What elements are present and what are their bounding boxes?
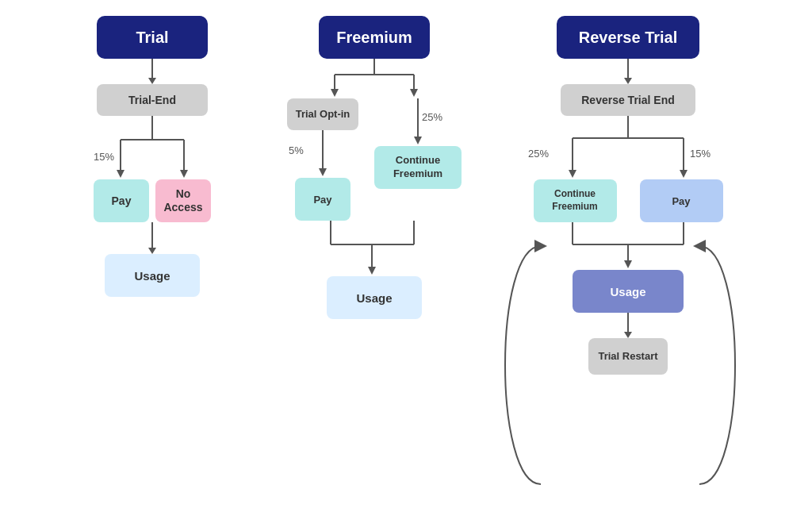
trial-title-box: Trial [97,16,208,59]
svg-marker-10 [331,89,339,97]
svg-text:15%: 15% [94,151,114,163]
freemium-top-fork [287,59,462,98]
freemium-25pct-svg: 25% [374,98,462,146]
freemium-top-fork-svg [287,59,462,98]
svg-marker-3 [117,170,124,178]
reverse-merge-usage [525,222,731,270]
trial-fork-svg: 15% [89,116,216,179]
arrow-usage-to-restart [624,313,632,338]
freemium-branches: Trial Opt-in 5% Pay [287,98,462,221]
freemium-25pct-arrow: 25% [374,98,462,146]
freemium-title-box: Freemium [319,16,430,59]
trial-end-label: Trial-End [128,94,176,106]
reverse-continue-pay-row: Continue Freemium Pay [525,179,731,222]
trial-fork: 15% [89,116,216,179]
trial-pay-noaccess-row: Pay No Access [94,179,211,222]
freemium-pay-label: Pay [313,194,331,206]
svg-marker-29 [680,170,688,178]
freemium-5pct-arrow: 5% [287,130,358,178]
arrow-pay-to-usage [148,222,156,254]
svg-text:15%: 15% [690,148,710,160]
reverse-trial-column: Reverse Trial Reverse Trial End 25% [517,16,739,375]
reverse-trial-end-box: Reverse Trial End [561,84,695,116]
svg-text:25%: 25% [528,148,549,160]
trial-column: Trial Trial-End 15% [73,16,232,297]
freemium-right-branch: 25% Continue Freemium [374,98,462,189]
freemium-left-branch: Trial Opt-in 5% Pay [287,98,358,221]
svg-marker-12 [410,89,418,97]
freemium-title: Freemium [336,29,412,47]
trial-restart-label: Trial Restart [598,350,657,364]
svg-marker-23 [368,267,376,275]
trial-restart-box: Trial Restart [588,338,668,375]
svg-marker-14 [319,168,327,176]
trial-usage-box: Usage [105,254,200,297]
trial-pay-label: Pay [112,194,132,207]
arrow-rev-title-to-end [624,59,632,84]
reverse-title-box: Reverse Trial [557,16,699,59]
trial-end-box: Trial-End [97,84,208,116]
freemium-usage-box: Usage [327,276,422,319]
freemium-merge-svg [295,221,454,276]
trial-optin-label: Trial Opt-in [296,108,350,121]
svg-marker-5 [180,170,188,178]
reverse-merge-usage-svg [525,222,731,270]
reverse-pay-box: Pay [640,179,723,222]
freemium-merge [295,221,454,276]
svg-marker-27 [569,170,576,178]
freemium-usage-label: Usage [356,291,392,305]
reverse-trial-end-label: Reverse Trial End [581,94,675,106]
reverse-usage-box: Usage [573,270,684,313]
reverse-title: Reverse Trial [579,29,678,47]
freemium-5pct-svg: 5% [287,130,358,178]
freemium-continue-box: Continue Freemium [374,146,462,189]
reverse-usage-label: Usage [610,285,645,298]
svg-text:25%: 25% [422,111,442,123]
trial-title: Trial [136,29,168,47]
trial-noaccess-label: No Access [155,187,211,214]
reverse-continue-box: Continue Freemium [534,179,617,222]
svg-marker-17 [414,137,422,144]
svg-text:5%: 5% [289,144,304,156]
trial-optin-box: Trial Opt-in [287,98,358,130]
diagram-container: Trial Trial-End 15% [0,0,812,508]
freemium-pay-box: Pay [295,178,350,221]
svg-marker-36 [624,260,632,268]
arrow-trial-to-end [148,59,156,84]
reverse-fork-svg: 25% 15% [525,116,731,179]
reverse-fork: 25% 15% [525,116,731,179]
trial-pay-box: Pay [94,179,149,222]
trial-usage-label: Usage [134,269,170,283]
freemium-continue-label: Continue Freemium [374,154,462,181]
trial-noaccess-box: No Access [155,179,211,222]
reverse-pay-label: Pay [672,195,690,207]
freemium-column: Freemium Trial Opt-in [279,16,469,319]
reverse-continue-label: Continue Freemium [534,188,617,213]
